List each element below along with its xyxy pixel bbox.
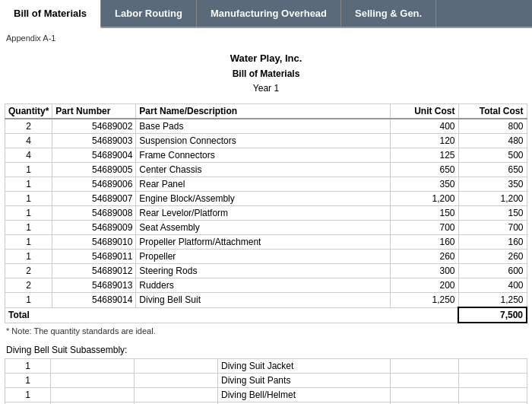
cell-name: Center Chassis: [136, 163, 390, 177]
sub-cell-qty: 1: [5, 388, 51, 402]
cell-unit: 160: [390, 235, 458, 250]
cell-part: 54689009: [52, 221, 136, 235]
cell-part: 54689013: [52, 278, 136, 293]
report-title: Bill of Materials: [5, 67, 527, 81]
cell-qty: 1: [5, 206, 52, 221]
col-header-name: Part Name/Description: [136, 104, 390, 119]
cell-total: 400: [458, 278, 527, 293]
cell-total: 1,250: [458, 293, 527, 308]
cell-name: Propeller: [136, 250, 390, 264]
table-row: 1 54689008 Rear Levelor/Platform 150 150: [5, 206, 527, 221]
table-row: 2 54689002 Base Pads 400 800: [5, 119, 527, 134]
cell-part: 54689007: [52, 192, 136, 206]
cell-qty: 2: [5, 278, 52, 293]
table-row: 1 54689010 Propeller Platform/Attachment…: [5, 235, 527, 250]
table-header-row: Quantity* Part Number Part Name/Descript…: [5, 104, 527, 119]
table-row: 1 54689009 Seat Assembly 700 700: [5, 221, 527, 235]
sub-cell-qty: 1: [5, 359, 51, 374]
table-row: 4 54689003 Suspension Connectors 120 480: [5, 134, 527, 148]
sub-cell-empty2: [135, 374, 218, 388]
total-row: Total 7,500: [5, 307, 527, 323]
cell-total: 160: [458, 235, 527, 250]
cell-qty: 2: [5, 264, 52, 278]
sub-cell-empty2: [135, 359, 218, 374]
sub-cell-total: [459, 359, 527, 374]
cell-part: 54689006: [52, 177, 136, 192]
cell-name: Rudders: [136, 278, 390, 293]
cell-qty: 1: [5, 293, 52, 308]
tab-bar: Bill of Materials Labor Routing Manufact…: [0, 0, 532, 28]
cell-total: 700: [458, 221, 527, 235]
cell-qty: 2: [5, 119, 52, 134]
tab-bom[interactable]: Bill of Materials: [0, 0, 101, 28]
subassembly-label: Diving Bell Suit Subassembly:: [5, 339, 527, 358]
cell-qty: 1: [5, 235, 52, 250]
cell-total: 150: [458, 206, 527, 221]
cell-total: 350: [458, 177, 527, 192]
cell-unit: 260: [390, 250, 458, 264]
cell-unit: 200: [390, 278, 458, 293]
cell-unit: 350: [390, 177, 458, 192]
subassembly-table: 1 Diving Suit Jacket 1 Diving Suit Pants…: [5, 358, 527, 404]
main-content: Appendix A-1 Water Play, Inc. Bill of Ma…: [0, 28, 532, 404]
report-header: Water Play, Inc. Bill of Materials Year …: [5, 45, 527, 99]
cell-total: 480: [458, 134, 527, 148]
cell-qty: 1: [5, 163, 52, 177]
cell-qty: 1: [5, 192, 52, 206]
sub-table-row: 1 Diving Suit Jacket: [5, 359, 527, 374]
cell-qty: 4: [5, 134, 52, 148]
sub-cell-name: Diving Suit Pants: [218, 374, 391, 388]
table-row: 1 54689007 Engine Block/Assembly 1,200 1…: [5, 192, 527, 206]
cell-unit: 150: [390, 206, 458, 221]
table-row: 1 54689005 Center Chassis 650 650: [5, 163, 527, 177]
cell-part: 54689010: [52, 235, 136, 250]
sub-cell-empty1: [51, 359, 135, 374]
bom-table: Quantity* Part Number Part Name/Descript…: [5, 103, 527, 323]
cell-total: 500: [458, 148, 527, 163]
table-row: 2 54689012 Steering Rods 300 600: [5, 264, 527, 278]
cell-name: Rear Panel: [136, 177, 390, 192]
sub-cell-qty: 1: [5, 374, 51, 388]
cell-total: 1,200: [458, 192, 527, 206]
cell-total: 260: [458, 250, 527, 264]
sub-cell-name: Diving Bell/Helmet: [218, 388, 391, 402]
cell-part: 54689005: [52, 163, 136, 177]
table-row: 1 54689006 Rear Panel 350 350: [5, 177, 527, 192]
cell-unit: 120: [390, 134, 458, 148]
tab-overhead[interactable]: Manufacturing Overhead: [197, 0, 341, 27]
note-text: * Note: The quantity standards are ideal…: [5, 323, 527, 339]
col-header-quantity: Quantity*: [5, 104, 52, 119]
cell-name: Engine Block/Assembly: [136, 192, 390, 206]
tab-labor[interactable]: Labor Routing: [101, 0, 197, 27]
cell-name: Base Pads: [136, 119, 390, 134]
sub-table-row: 1 Diving Bell/Helmet: [5, 388, 527, 402]
col-header-unit: Unit Cost: [390, 104, 458, 119]
cell-name: Suspension Connectors: [136, 134, 390, 148]
cell-unit: 300: [390, 264, 458, 278]
cell-name: Steering Rods: [136, 264, 390, 278]
cell-part: 54689012: [52, 264, 136, 278]
cell-qty: 1: [5, 177, 52, 192]
cell-unit: 700: [390, 221, 458, 235]
sub-cell-unit: [391, 388, 459, 402]
cell-unit: 1,250: [390, 293, 458, 308]
table-row: 2 54689013 Rudders 200 400: [5, 278, 527, 293]
cell-name: Rear Levelor/Platform: [136, 206, 390, 221]
sub-cell-unit: [391, 359, 459, 374]
table-row: 4 54689004 Frame Connectors 125 500: [5, 148, 527, 163]
cell-unit: 1,200: [390, 192, 458, 206]
tab-selling[interactable]: Selling & Gen.: [341, 0, 436, 27]
cell-unit: 400: [390, 119, 458, 134]
cell-part: 54689002: [52, 119, 136, 134]
cell-name: Diving Bell Suit: [136, 293, 390, 308]
cell-total: 600: [458, 264, 527, 278]
cell-total: 650: [458, 163, 527, 177]
cell-qty: 1: [5, 221, 52, 235]
sub-cell-empty1: [51, 374, 135, 388]
table-row: 1 54689014 Diving Bell Suit 1,250 1,250: [5, 293, 527, 308]
sub-cell-unit: [391, 374, 459, 388]
cell-qty: 1: [5, 250, 52, 264]
sub-cell-empty1: [51, 388, 135, 402]
table-row: 1 54689011 Propeller 260 260: [5, 250, 527, 264]
report-year: Year 1: [5, 81, 527, 96]
